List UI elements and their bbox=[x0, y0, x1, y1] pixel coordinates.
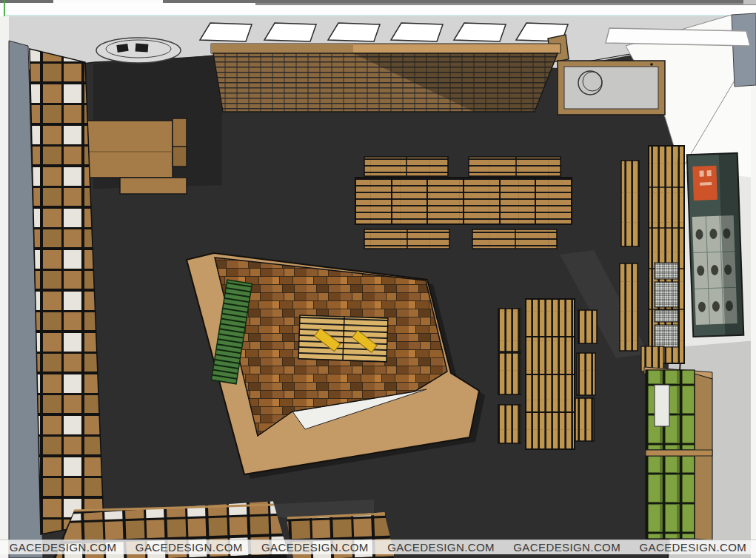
watermark-bar: GACEDESIGN.COM GACEDESIGN.COM GACEDESIGN… bbox=[0, 539, 756, 554]
slat-bench bbox=[620, 263, 638, 351]
menu-poster bbox=[687, 153, 744, 337]
slat-bench bbox=[469, 157, 561, 176]
slat-bench bbox=[578, 310, 597, 343]
slat-bench bbox=[621, 161, 639, 246]
mesh-basket bbox=[655, 310, 678, 322]
chair bbox=[116, 44, 128, 53]
mesh-basket bbox=[655, 325, 678, 347]
green-locker-cabinet bbox=[641, 346, 712, 540]
entry-wall-blue-gray bbox=[732, 13, 756, 87]
mesh-basket bbox=[655, 263, 678, 279]
watermark-text: GACEDESIGN.COM bbox=[639, 541, 746, 554]
slat-bench bbox=[498, 309, 521, 352]
watermark-text: GACEDESIGN.COM bbox=[136, 541, 243, 554]
left-wall-white-strip bbox=[0, 16, 9, 558]
right-table-group bbox=[498, 299, 597, 449]
slat-bench bbox=[577, 353, 595, 395]
mesh-basket bbox=[655, 282, 678, 307]
platform-low-table bbox=[298, 315, 388, 362]
watermark-text: GACEDESIGN.COM bbox=[513, 541, 620, 554]
slat-bench bbox=[498, 405, 521, 443]
chair bbox=[136, 43, 149, 52]
watermark-text: GACEDESIGN.COM bbox=[10, 541, 117, 554]
slat-bench bbox=[575, 398, 594, 441]
oval-rug bbox=[96, 38, 181, 63]
slat-bench bbox=[498, 353, 521, 394]
watermark-text: GACEDESIGN.COM bbox=[261, 541, 369, 554]
watermark-text: GACEDESIGN.COM bbox=[387, 541, 495, 554]
slat-bench bbox=[472, 229, 557, 249]
ceiling-teal-line bbox=[6, 15, 756, 16]
interior-render-screenshot: GACEDESIGN.COM GACEDESIGN.COM GACEDESIGN… bbox=[0, 0, 756, 558]
skylight bbox=[606, 28, 750, 46]
white-door-panel bbox=[655, 385, 669, 426]
slat-wall-panel bbox=[211, 44, 561, 112]
service-counter bbox=[558, 61, 665, 115]
interior-render bbox=[0, 0, 756, 558]
